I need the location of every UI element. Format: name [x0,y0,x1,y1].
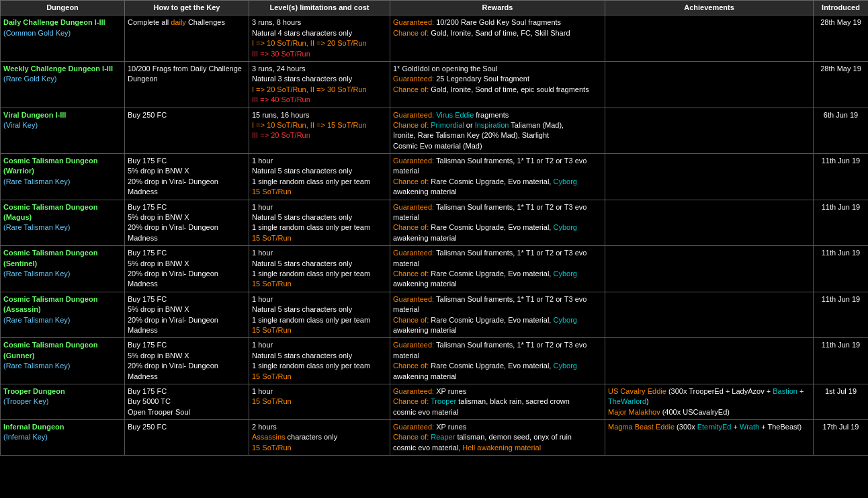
achievements-infernal: Magma Beast Eddie (300x EternityEd + Wra… [605,420,814,456]
introduced-cosmic-magus: 11th Jun 19 [814,200,869,246]
achievements-viral [605,108,814,154]
introduced-cosmic-assassin: 11th Jun 19 [814,292,869,338]
key-method-cosmic-magus: Buy 175 FC5% drop in BNW X20% drop in Vi… [125,200,249,246]
introduced-cosmic-gunner: 11th Jun 19 [814,338,869,384]
col-header-introduced: Introduced [814,1,869,15]
level-viral: 15 runs, 16 hoursI => 10 SoT/Run, II => … [249,108,390,154]
level-daily: 3 runs, 8 hoursNatural 4 stars character… [249,15,390,62]
rewards-trooper: Guaranteed: XP runesChance of: Trooper t… [390,384,605,419]
rewards-infernal: Guaranteed: XP runesChance of: Reaper ta… [390,420,605,456]
dungeon-name-cosmic-sentinel: Cosmic Talisman Dungeon (Sentinel)(Rare … [1,246,125,292]
rewards-daily: Guaranteed: 10/200 Rare Gold Key Soul fr… [390,15,605,62]
dungeon-name-infernal: Infernal Dungeon(Infernal Key) [1,420,125,456]
table-row-trooper: Trooper Dungeon(Trooper Key)Buy 175 FCBu… [1,384,869,419]
dungeon-name-daily: Daily Challenge Dungeon I-III(Common Gol… [1,15,125,62]
table-row-cosmic-assassin: Cosmic Talisman Dungeon (Assassin)(Rare … [1,292,869,338]
achievements-trooper: US Cavalry Eddie (300x TrooperEd + LadyA… [605,384,814,419]
level-cosmic-gunner: 1 hourNatural 5 stars characters only1 s… [249,338,390,384]
level-cosmic-assassin: 1 hourNatural 5 stars characters only1 s… [249,292,390,338]
key-method-viral: Buy 250 FC [125,108,249,154]
achievements-weekly [605,61,814,108]
dungeon-name-cosmic-warrior: Cosmic Talisman Dungeon (Warrior)(Rare T… [1,154,125,200]
introduced-cosmic-sentinel: 11th Jun 19 [814,246,869,292]
achievements-daily [605,15,814,62]
col-header-rewards: Rewards [390,1,605,15]
level-weekly: 3 runs, 24 hoursNatural 3 stars characte… [249,61,390,108]
dungeon-name-cosmic-gunner: Cosmic Talisman Dungeon (Gunner)(Rare Ta… [1,338,125,384]
table-row-cosmic-magus: Cosmic Talisman Dungeon (Magus)(Rare Tal… [1,200,869,246]
table-row-cosmic-warrior: Cosmic Talisman Dungeon (Warrior)(Rare T… [1,154,869,200]
col-header-level: Level(s) limitations and cost [249,1,390,15]
table-row-viral: Viral Dungeon I-III(Viral Key)Buy 250 FC… [1,108,869,154]
introduced-weekly: 28th May 19 [814,61,869,108]
col-header-achievements: Achievements [605,1,814,15]
key-method-trooper: Buy 175 FCBuy 5000 TCOpen Trooper Soul [125,384,249,419]
rewards-viral: Guaranteed: Virus Eddie fragmentsChance … [390,108,605,154]
rewards-cosmic-warrior: Guaranteed: Talisman Soul framents, 1* T… [390,154,605,200]
dungeon-name-weekly: Weekly Challenge Dungeon I-III(Rare Gold… [1,61,125,108]
rewards-cosmic-sentinel: Guaranteed: Talisman Soul framents, 1* T… [390,246,605,292]
achievements-cosmic-gunner [605,338,814,384]
introduced-daily: 28th May 19 [814,15,869,62]
table-row-cosmic-sentinel: Cosmic Talisman Dungeon (Sentinel)(Rare … [1,246,869,292]
level-cosmic-sentinel: 1 hourNatural 5 stars characters only1 s… [249,246,390,292]
level-infernal: 2 hoursAssassins characters only15 SoT/R… [249,420,390,456]
col-header-key: How to get the Key [125,1,249,15]
introduced-trooper: 1st Jul 19 [814,384,869,419]
table-row-daily: Daily Challenge Dungeon I-III(Common Gol… [1,15,869,62]
col-header-dungeon: Dungeon [1,1,125,15]
rewards-cosmic-gunner: Guaranteed: Talisman Soul framents, 1* T… [390,338,605,384]
key-method-cosmic-assassin: Buy 175 FC5% drop in BNW X20% drop in Vi… [125,292,249,338]
key-method-weekly: 10/200 Frags from Daily Challenge Dungeo… [125,61,249,108]
dungeon-name-cosmic-magus: Cosmic Talisman Dungeon (Magus)(Rare Tal… [1,200,125,246]
table-row-weekly: Weekly Challenge Dungeon I-III(Rare Gold… [1,61,869,108]
dungeon-table: Dungeon How to get the Key Level(s) limi… [0,0,868,456]
key-method-cosmic-warrior: Buy 175 FC5% drop in BNW X20% drop in Vi… [125,154,249,200]
level-cosmic-magus: 1 hourNatural 5 stars characters only1 s… [249,200,390,246]
rewards-weekly: 1* GoldIdol on opening the SoulGuarantee… [390,61,605,108]
table-row-infernal: Infernal Dungeon(Infernal Key)Buy 250 FC… [1,420,869,456]
dungeon-name-trooper: Trooper Dungeon(Trooper Key) [1,384,125,419]
table-row-cosmic-gunner: Cosmic Talisman Dungeon (Gunner)(Rare Ta… [1,338,869,384]
introduced-infernal: 17th Jul 19 [814,420,869,456]
level-trooper: 1 hour15 SoT/Run [249,384,390,419]
level-cosmic-warrior: 1 hourNatural 5 stars characters only1 s… [249,154,390,200]
rewards-cosmic-assassin: Guaranteed: Talisman Soul framents, 1* T… [390,292,605,338]
introduced-viral: 6th Jun 19 [814,108,869,154]
achievements-cosmic-sentinel [605,246,814,292]
achievements-cosmic-warrior [605,154,814,200]
key-method-infernal: Buy 250 FC [125,420,249,456]
key-method-cosmic-sentinel: Buy 175 FC5% drop in BNW X20% drop in Vi… [125,246,249,292]
key-method-cosmic-gunner: Buy 175 FC5% drop in BNW X20% drop in Vi… [125,338,249,384]
rewards-cosmic-magus: Guaranteed: Talisman Soul framents, 1* T… [390,200,605,246]
table-header: Dungeon How to get the Key Level(s) limi… [1,1,869,15]
achievements-cosmic-assassin [605,292,814,338]
dungeon-name-viral: Viral Dungeon I-III(Viral Key) [1,108,125,154]
dungeon-name-cosmic-assassin: Cosmic Talisman Dungeon (Assassin)(Rare … [1,292,125,338]
introduced-cosmic-warrior: 11th Jun 19 [814,154,869,200]
key-method-daily: Complete all daily Challenges [125,15,249,62]
achievements-cosmic-magus [605,200,814,246]
